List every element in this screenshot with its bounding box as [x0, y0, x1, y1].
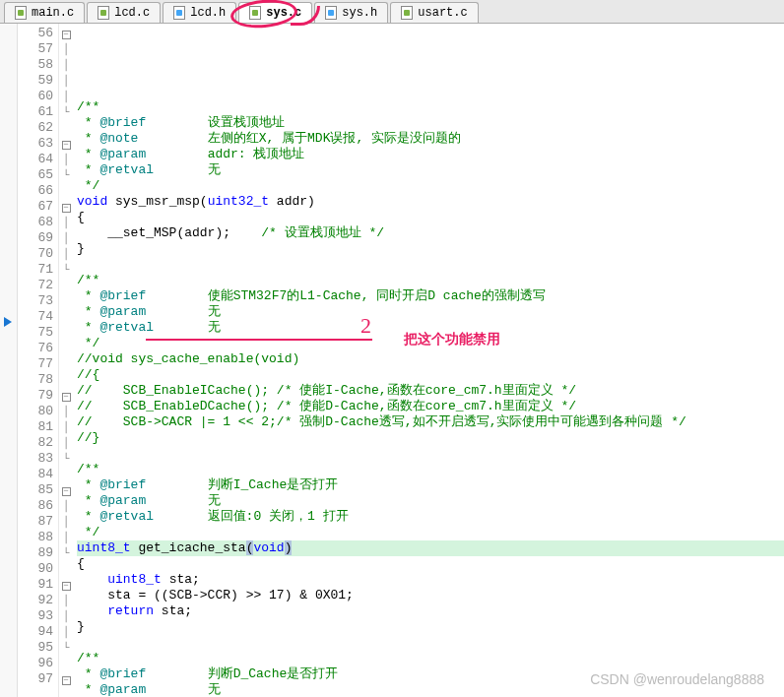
line-number: 67 [18, 199, 58, 215]
fold-marker[interactable] [59, 372, 73, 388]
fold-marker[interactable]: │ [59, 624, 73, 640]
fold-marker[interactable]: └ [59, 167, 73, 183]
code-line[interactable]: // SCB->CACR |= 1 << 2;/* 强制D-Cache透写,如不… [77, 414, 784, 430]
fold-marker[interactable]: │ [59, 41, 73, 57]
line-number: 83 [18, 451, 58, 467]
fold-marker[interactable]: │ [59, 608, 73, 624]
code-line[interactable] [77, 446, 784, 462]
code-line[interactable]: * @brief 设置栈顶地址 [77, 115, 784, 131]
code-line[interactable] [77, 257, 784, 273]
line-number: 61 [18, 104, 58, 120]
code-line[interactable]: */ [77, 336, 784, 351]
fold-marker[interactable]: └ [59, 104, 73, 120]
fold-marker[interactable] [59, 325, 73, 341]
code-line[interactable]: { [77, 556, 784, 572]
fold-marker[interactable]: │ [59, 435, 73, 451]
fold-marker[interactable] [59, 278, 73, 293]
code-line[interactable]: sta = ((SCB->CCR) >> 17) & 0X01; [77, 588, 784, 603]
tab-main-c[interactable]: main.c [4, 2, 85, 23]
fold-marker[interactable] [59, 656, 73, 671]
code-line[interactable]: //} [77, 430, 784, 446]
fold-marker[interactable]: │ [59, 89, 73, 104]
code-line[interactable]: //void sys_cache_enable(void) [77, 351, 784, 367]
fold-marker[interactable] [59, 293, 73, 309]
line-number: 72 [18, 278, 58, 293]
code-line[interactable]: // SCB_EnableICache(); /* 使能I-Cache,函数在c… [77, 383, 784, 399]
fold-marker[interactable]: − [59, 26, 73, 41]
tab-usart-c[interactable]: usart.c [390, 2, 478, 23]
fold-marker[interactable] [59, 561, 73, 577]
code-line[interactable]: /** [77, 273, 784, 288]
file-icon [15, 6, 27, 20]
fold-marker[interactable]: − [59, 388, 73, 404]
code-line[interactable]: uint8_t get_icache_sta(void) [77, 540, 784, 556]
tab-lcd-h[interactable]: lcd.h [163, 2, 236, 23]
bookmark-marker-icon [4, 317, 12, 327]
watermark-text: CSDN @wenroudelang8888 [590, 671, 764, 687]
fold-marker[interactable]: − [59, 671, 73, 687]
code-line[interactable] [77, 635, 784, 651]
line-number: 86 [18, 498, 58, 514]
code-line[interactable]: * @param addr: 栈顶地址 [77, 147, 784, 162]
fold-marker[interactable] [59, 356, 73, 372]
line-number: 62 [18, 120, 58, 136]
fold-marker[interactable]: │ [59, 514, 73, 530]
tab-sys-h[interactable]: sys.h [314, 2, 388, 23]
fold-marker[interactable]: └ [59, 451, 73, 467]
fold-marker[interactable] [59, 120, 73, 136]
fold-marker[interactable]: │ [59, 73, 73, 89]
bookmark-margin[interactable] [0, 24, 18, 697]
fold-marker[interactable]: │ [59, 215, 73, 230]
fold-marker[interactable] [59, 309, 73, 325]
code-line[interactable]: } [77, 619, 784, 635]
fold-marker[interactable]: │ [59, 152, 73, 167]
fold-marker[interactable]: └ [59, 640, 73, 656]
fold-marker[interactable]: − [59, 577, 73, 593]
code-line[interactable]: * @brief 使能STM32F7的L1-Cache, 同时开启D cache… [77, 288, 784, 304]
code-line[interactable]: void sys_msr_msp(uint32_t addr) [77, 194, 784, 210]
code-line[interactable]: } [77, 241, 784, 257]
code-line[interactable]: */ [77, 525, 784, 540]
file-icon [98, 6, 109, 20]
code-line[interactable]: __set_MSP(addr); /* 设置栈顶地址 */ [77, 225, 784, 241]
code-line[interactable]: * @param 无 [77, 493, 784, 509]
fold-marker[interactable]: │ [59, 498, 73, 514]
fold-marker[interactable]: │ [59, 246, 73, 262]
fold-marker[interactable]: │ [59, 593, 73, 608]
code-line[interactable]: /** [77, 99, 784, 115]
code-line[interactable]: * @retval 返回值:0 关闭，1 打开 [77, 509, 784, 525]
fold-marker[interactable]: │ [59, 419, 73, 435]
code-line[interactable]: // SCB_EnableDCache(); /* 使能D-Cache,函数在c… [77, 399, 784, 414]
code-line[interactable]: /** [77, 651, 784, 666]
code-line[interactable]: * @param 无 [77, 304, 784, 320]
fold-marker[interactable]: │ [59, 57, 73, 73]
tab-label: sys.c [266, 6, 301, 20]
fold-marker[interactable] [59, 467, 73, 482]
fold-marker[interactable] [59, 183, 73, 199]
code-line[interactable]: * @retval 无 [77, 162, 784, 178]
fold-marker[interactable]: └ [59, 262, 73, 278]
line-number: 88 [18, 530, 58, 545]
fold-marker[interactable]: − [59, 199, 73, 215]
fold-marker[interactable]: │ [59, 530, 73, 545]
code-line[interactable]: //{ [77, 367, 784, 383]
code-line[interactable]: uint8_t sta; [77, 572, 784, 588]
fold-marker[interactable] [59, 341, 73, 356]
code-line[interactable]: */ [77, 178, 784, 194]
tab-lcd-c[interactable]: lcd.c [87, 2, 161, 23]
code-line[interactable]: * @note 左侧的红X, 属于MDK误报, 实际是没问题的 [77, 131, 784, 147]
tab-sys-c[interactable]: sys.c [238, 2, 312, 23]
code-line[interactable]: /** [77, 462, 784, 477]
fold-marker[interactable]: └ [59, 545, 73, 561]
code-line[interactable]: * @retval 无 [77, 320, 784, 336]
code-area[interactable]: 2 把这个功能禁用 /** * @brief 设置栈顶地址 * @note 左侧… [73, 24, 784, 697]
fold-marker[interactable]: − [59, 482, 73, 498]
fold-margin[interactable]: −││││└−│└−│││└−│││└−│││└−│││└− [59, 24, 73, 697]
fold-marker[interactable]: │ [59, 230, 73, 246]
code-line[interactable]: { [77, 210, 784, 225]
line-number: 59 [18, 73, 58, 89]
fold-marker[interactable]: │ [59, 404, 73, 419]
code-line[interactable]: return sta; [77, 603, 784, 619]
fold-marker[interactable]: − [59, 136, 73, 152]
code-line[interactable]: * @brief 判断I_Cache是否打开 [77, 477, 784, 493]
